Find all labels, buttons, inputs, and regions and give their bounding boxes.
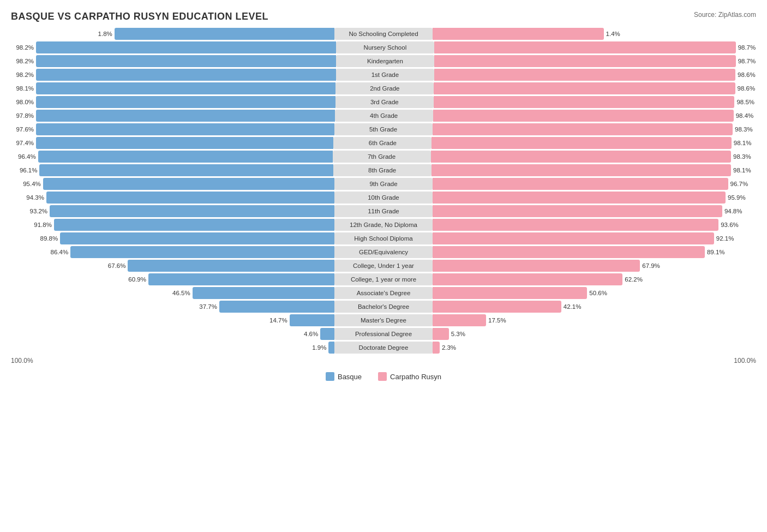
carpatho-value: 67.9% xyxy=(642,262,665,269)
basque-value: 1.9% xyxy=(303,344,326,351)
carpatho-value: 98.1% xyxy=(733,167,756,174)
education-label: Bachelor's Degree xyxy=(334,301,433,313)
basque-bar xyxy=(128,260,334,272)
basque-bar xyxy=(60,232,334,244)
carpatho-value: 98.3% xyxy=(733,153,756,160)
carpatho-bar xyxy=(434,41,736,53)
left-bar-area: 94.3% xyxy=(11,192,334,204)
basque-bar xyxy=(148,273,334,285)
education-label: 6th Grade xyxy=(333,137,432,149)
carpatho-value: 94.8% xyxy=(724,208,747,214)
legend-basque: Basque xyxy=(326,372,362,381)
chart-row: 95.4%9th Grade96.7% xyxy=(11,178,756,190)
carpatho-value: 98.7% xyxy=(738,58,761,64)
education-label: Professional Degree xyxy=(334,328,433,340)
right-bar-area: 98.3% xyxy=(431,151,756,163)
right-bar-area: 98.7% xyxy=(434,41,761,53)
left-bar-area: 96.1% xyxy=(11,164,333,176)
carpatho-bar xyxy=(433,246,705,258)
carpatho-value: 42.1% xyxy=(564,303,586,310)
basque-bar xyxy=(193,287,334,299)
carpatho-bar xyxy=(433,260,640,272)
carpatho-bar xyxy=(433,328,449,340)
right-bar-area: 98.3% xyxy=(433,123,758,135)
legend-carpatho: Carpatho Rusyn xyxy=(378,372,441,381)
carpatho-value: 92.1% xyxy=(716,235,739,242)
carpatho-value: 95.9% xyxy=(728,194,751,201)
basque-bar xyxy=(43,178,334,190)
left-bar-area: 98.2% xyxy=(11,69,336,81)
carpatho-bar xyxy=(433,273,622,285)
carpatho-bar xyxy=(433,232,714,244)
left-bar-area: 98.2% xyxy=(11,55,336,67)
right-bar-area: 95.9% xyxy=(433,192,756,204)
education-label: Kindergarten xyxy=(336,55,434,67)
left-bar-area: 86.4% xyxy=(11,246,334,258)
left-bar-area: 67.6% xyxy=(11,260,334,272)
basque-value: 97.6% xyxy=(11,126,34,133)
carpatho-bar xyxy=(434,96,735,108)
basque-bar xyxy=(36,96,335,108)
basque-value: 37.7% xyxy=(194,303,217,310)
carpatho-value: 17.5% xyxy=(488,317,511,324)
basque-bar xyxy=(70,246,334,258)
right-bar-area: 42.1% xyxy=(433,301,756,313)
right-bar-area: 62.2% xyxy=(433,273,756,285)
basque-value: 60.9% xyxy=(123,276,146,283)
basque-bar xyxy=(36,69,336,81)
education-label: No Schooling Completed xyxy=(334,28,433,40)
chart-row: 98.0%3rd Grade98.5% xyxy=(11,96,756,108)
right-bar-area: 98.7% xyxy=(434,55,761,67)
right-bar-area: 98.4% xyxy=(433,110,759,122)
right-bar-area: 94.8% xyxy=(433,205,756,217)
left-bar-area: 98.1% xyxy=(11,82,335,94)
left-bar-area: 93.2% xyxy=(11,205,334,217)
chart-row: 97.8%4th Grade98.4% xyxy=(11,110,756,122)
basque-bar xyxy=(290,314,334,326)
chart-title: BASQUE VS CARPATHO RUSYN EDUCATION LEVEL xyxy=(11,11,756,22)
basque-value: 1.8% xyxy=(89,31,112,37)
carpatho-bar xyxy=(433,28,604,40)
education-label: 12th Grade, No Diploma xyxy=(334,219,433,231)
legend-carpatho-color xyxy=(378,372,387,381)
chart-row: 86.4%GED/Equivalency89.1% xyxy=(11,246,756,258)
left-bar-area: 98.2% xyxy=(11,41,336,53)
chart-row: 4.6%Professional Degree5.3% xyxy=(11,328,756,340)
education-label: Associate's Degree xyxy=(334,287,433,299)
chart-row: 60.9%College, 1 year or more62.2% xyxy=(11,273,756,285)
carpatho-value: 98.5% xyxy=(736,99,759,105)
education-label: 10th Grade xyxy=(334,192,433,204)
left-bar-area: 14.7% xyxy=(11,314,334,326)
education-label: College, Under 1 year xyxy=(334,260,433,272)
basque-bar xyxy=(36,41,336,53)
education-label: 1st Grade xyxy=(336,69,434,81)
right-bar-area: 5.3% xyxy=(433,328,756,340)
axis-labels: 100.0% 100.0% xyxy=(11,357,756,364)
basque-value: 96.4% xyxy=(13,153,36,160)
chart-row: 93.2%11th Grade94.8% xyxy=(11,205,756,217)
basque-value: 98.0% xyxy=(11,99,34,105)
right-bar-area: 2.3% xyxy=(433,342,756,354)
carpatho-bar xyxy=(433,301,561,313)
basque-value: 14.7% xyxy=(265,317,287,324)
right-bar-area: 98.1% xyxy=(432,137,756,149)
source-label: Source: ZipAtlas.com xyxy=(694,11,756,19)
right-bar-area: 92.1% xyxy=(433,232,756,244)
chart-body: 1.8%No Schooling Completed1.4%98.2%Nurse… xyxy=(11,28,756,354)
carpatho-bar xyxy=(433,205,722,217)
chart-row: 98.2%Kindergarten98.7% xyxy=(11,55,756,67)
basque-bar xyxy=(115,28,334,40)
right-bar-area: 98.6% xyxy=(434,69,760,81)
basque-bar xyxy=(46,192,334,204)
chart-row: 67.6%College, Under 1 year67.9% xyxy=(11,260,756,272)
left-bar-area: 91.8% xyxy=(11,219,334,231)
chart-row: 91.8%12th Grade, No Diploma93.6% xyxy=(11,219,756,231)
chart-row: 97.6%5th Grade98.3% xyxy=(11,123,756,135)
basque-value: 95.4% xyxy=(18,181,41,187)
carpatho-value: 98.4% xyxy=(736,112,759,119)
basque-value: 4.6% xyxy=(295,331,318,337)
chart-row: 97.4%6th Grade98.1% xyxy=(11,137,756,149)
basque-value: 89.8% xyxy=(35,235,58,242)
basque-bar xyxy=(39,164,333,176)
carpatho-bar xyxy=(434,69,735,81)
